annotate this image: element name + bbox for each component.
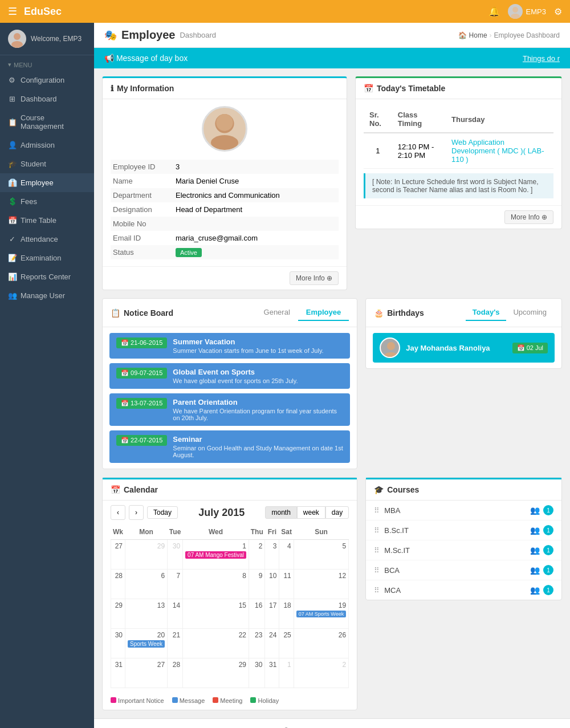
course-right: 👥 1 bbox=[530, 505, 553, 515]
sidebar-item-employee[interactable]: 👔 Employee bbox=[0, 173, 94, 192]
timetable-card: 📅 Today's Timetable Sr. No. Class Timing… bbox=[355, 76, 562, 229]
calendar-day-view[interactable]: day bbox=[325, 506, 349, 519]
table-row: Department Electronics and Communication bbox=[111, 188, 339, 202]
cal-day[interactable]: 14 bbox=[168, 599, 183, 629]
sidebar-item-manage-user[interactable]: 👥 Manage User bbox=[0, 286, 94, 305]
courses-section: 🎓 Courses ⠿ MBA 👥 1 bbox=[365, 477, 562, 710]
sidebar-item-fees[interactable]: 💲 Fees bbox=[0, 192, 94, 211]
field-label: Department bbox=[111, 188, 173, 202]
cal-day[interactable]: 20Sports Week bbox=[125, 629, 168, 658]
sidebar-item-dashboard[interactable]: ⊞ Dashboard bbox=[0, 90, 94, 108]
cal-col-wk: Wk bbox=[111, 524, 125, 540]
cal-day[interactable]: 8 bbox=[183, 570, 249, 599]
cal-event: 07 AM Mango Festival bbox=[185, 551, 246, 559]
notice-list: 📅 21-06-2015 Summer Vacation Summer Vaca… bbox=[103, 327, 357, 469]
cal-day[interactable]: 30 bbox=[249, 658, 265, 688]
notice-content: Parent Orientation We have Parent Orient… bbox=[173, 398, 343, 421]
tab-general[interactable]: General bbox=[256, 304, 298, 321]
cal-day[interactable]: 15 bbox=[183, 599, 249, 629]
cal-week-num: 30 bbox=[111, 629, 125, 658]
tab-upcoming[interactable]: Upcoming bbox=[506, 304, 553, 321]
tab-employee[interactable]: Employee bbox=[298, 304, 349, 321]
sidebar-item-student[interactable]: 🎓 Student bbox=[0, 154, 94, 173]
calendar-header-icon: 📅 bbox=[111, 485, 120, 494]
timetable-table: Sr. No. Class Timing Thursday 1 12:10 PM… bbox=[364, 106, 553, 169]
cal-day[interactable]: 10 bbox=[265, 570, 279, 599]
field-label: Designation bbox=[111, 202, 173, 217]
settings-icon[interactable]: ⚙ bbox=[554, 6, 562, 17]
sidebar-item-reports[interactable]: 📊 Reports Center bbox=[0, 267, 94, 286]
col-header-timing: Class Timing bbox=[392, 106, 446, 133]
cal-day[interactable]: 7 bbox=[168, 570, 183, 599]
hamburger-icon[interactable]: ☰ bbox=[8, 5, 17, 18]
timetable-more-info-button[interactable]: More Info ⊕ bbox=[504, 210, 553, 224]
drag-handle-icon[interactable]: ⠿ bbox=[374, 566, 380, 575]
cal-day[interactable]: 13 bbox=[125, 599, 168, 629]
cal-day[interactable]: 28 bbox=[168, 658, 183, 688]
message-box-link[interactable]: Things do r bbox=[523, 54, 560, 63]
cal-day[interactable]: 31 bbox=[265, 658, 279, 688]
cal-day[interactable]: 11 bbox=[279, 570, 294, 599]
cal-day[interactable]: 25 bbox=[279, 629, 294, 658]
course-count-badge: 1 bbox=[543, 565, 553, 575]
cal-day[interactable]: 1 bbox=[279, 658, 294, 688]
cal-day[interactable]: 26 bbox=[294, 629, 348, 658]
sidebar-item-examination[interactable]: 📝 Examination bbox=[0, 249, 94, 267]
cal-day[interactable]: 29 bbox=[125, 540, 168, 570]
sidebar-item-admission[interactable]: 👤 Admission bbox=[0, 136, 94, 154]
cal-day[interactable]: 1907 AM Sports Week bbox=[294, 599, 348, 629]
legend-item: Meeting bbox=[213, 697, 242, 704]
tt-class-link[interactable]: Web Application Development ( MDC )( LAB… bbox=[451, 138, 544, 164]
timetable-header: 📅 Today's Timetable bbox=[356, 78, 561, 99]
cal-day[interactable]: 2 bbox=[249, 540, 265, 570]
user-menu[interactable]: EMP3 bbox=[508, 4, 546, 19]
calendar-month-view[interactable]: month bbox=[265, 506, 296, 519]
calendar-next-button[interactable]: › bbox=[129, 505, 144, 520]
dashboard-icon: ⊞ bbox=[8, 95, 16, 103]
birthday-date-badge: 📅 02 Jul bbox=[512, 343, 548, 353]
cal-day[interactable]: 2 bbox=[294, 658, 348, 688]
table-row: 28 6 7 8 9 10 11 12 bbox=[111, 570, 349, 599]
sidebar-item-configuration[interactable]: ⚙ Configuration bbox=[0, 71, 94, 90]
sidebar-item-attendance[interactable]: ✓ Attendance bbox=[0, 230, 94, 249]
more-info-button[interactable]: More Info ⊕ bbox=[290, 271, 339, 285]
cal-day[interactable]: 16 bbox=[249, 599, 265, 629]
cal-col-sun: Sun bbox=[294, 524, 348, 540]
cal-day[interactable]: 18 bbox=[279, 599, 294, 629]
cal-day[interactable]: 27 bbox=[125, 658, 168, 688]
cal-day[interactable]: 22 bbox=[183, 629, 249, 658]
breadcrumb-home[interactable]: Home bbox=[469, 31, 487, 39]
cal-day[interactable]: 6 bbox=[125, 570, 168, 599]
drag-handle-icon[interactable]: ⠿ bbox=[374, 586, 380, 595]
sidebar: Welcome, EMP3 ▾ Menu ⚙ Configuration ⊞ D… bbox=[0, 23, 94, 728]
calendar-today-button[interactable]: Today bbox=[147, 506, 178, 519]
drag-handle-icon[interactable]: ⠿ bbox=[374, 546, 380, 555]
cal-day[interactable]: 21 bbox=[168, 629, 183, 658]
cal-day[interactable]: 23 bbox=[249, 629, 265, 658]
cal-day[interactable]: 12 bbox=[294, 570, 348, 599]
list-item: ⠿ BCA 👥 1 bbox=[366, 560, 561, 580]
cal-day[interactable]: 30 bbox=[168, 540, 183, 570]
notification-icon[interactable]: 🔔 bbox=[488, 6, 500, 17]
calendar-prev-button[interactable]: ‹ bbox=[111, 505, 125, 520]
cal-col-mon: Mon bbox=[125, 524, 168, 540]
sidebar-item-timetable[interactable]: 📅 Time Table bbox=[0, 211, 94, 230]
drag-handle-icon[interactable]: ⠿ bbox=[374, 526, 380, 535]
birthdays-title: Birthdays bbox=[387, 308, 424, 318]
cal-day[interactable]: 9 bbox=[249, 570, 265, 599]
cal-day[interactable]: 4 bbox=[279, 540, 294, 570]
cal-day[interactable]: 24 bbox=[265, 629, 279, 658]
cal-week-num: 27 bbox=[111, 540, 125, 570]
drag-handle-icon[interactable]: ⠿ bbox=[374, 506, 380, 515]
tab-todays[interactable]: Today's bbox=[466, 304, 507, 321]
cal-day[interactable]: 5 bbox=[294, 540, 348, 570]
cal-day[interactable]: 3 bbox=[265, 540, 279, 570]
calendar-week-view[interactable]: week bbox=[297, 506, 325, 519]
timetable-section: 📅 Today's Timetable Sr. No. Class Timing… bbox=[355, 76, 562, 290]
cal-day[interactable]: 29 bbox=[183, 658, 249, 688]
sidebar-item-course-management[interactable]: 📋 Course Management bbox=[0, 108, 94, 136]
cal-day[interactable]: 107 AM Mango Festival bbox=[183, 540, 249, 570]
cal-day[interactable]: 17 bbox=[265, 599, 279, 629]
sidebar-menu-label[interactable]: ▾ Menu bbox=[0, 55, 94, 71]
course-right: 👥 1 bbox=[530, 525, 553, 535]
